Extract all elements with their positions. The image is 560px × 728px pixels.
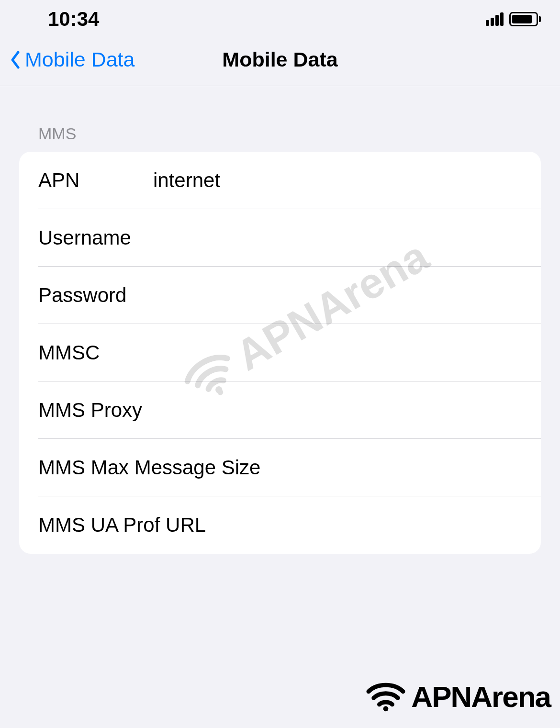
- chevron-left-icon: [10, 50, 21, 69]
- mms-ua-prof-row[interactable]: MMS UA Prof URL: [19, 496, 541, 554]
- username-label: Username: [38, 226, 153, 249]
- wifi-icon: [364, 680, 407, 714]
- username-row[interactable]: Username: [19, 209, 541, 267]
- mmsc-label: MMSC: [38, 341, 153, 364]
- mms-ua-prof-label: MMS UA Prof URL: [38, 514, 522, 537]
- watermark-bottom: APNArena: [364, 680, 550, 714]
- mms-proxy-row[interactable]: MMS Proxy: [19, 381, 541, 439]
- status-icons: [486, 12, 541, 26]
- mms-max-size-label: MMS Max Message Size: [38, 456, 522, 479]
- username-input[interactable]: [153, 226, 522, 249]
- mmsc-input[interactable]: [153, 341, 522, 364]
- watermark-bottom-text: APNArena: [411, 680, 550, 714]
- mmsc-row[interactable]: MMSC: [19, 324, 541, 381]
- battery-icon: [509, 12, 541, 26]
- status-time: 10:34: [48, 8, 99, 31]
- password-input[interactable]: [153, 284, 522, 307]
- svg-point-1: [383, 706, 389, 711]
- navigation-bar: Mobile Data Mobile Data: [0, 34, 560, 86]
- apn-row[interactable]: APN: [19, 152, 541, 209]
- back-button-label: Mobile Data: [25, 48, 134, 71]
- password-row[interactable]: Password: [19, 267, 541, 324]
- mms-max-size-row[interactable]: MMS Max Message Size: [19, 439, 541, 496]
- cellular-signal-icon: [486, 12, 504, 26]
- mms-settings-group: APN Username Password MMSC MMS Proxy MMS…: [19, 152, 541, 554]
- content-area: MMS APN Username Password MMSC MMS Proxy: [0, 86, 560, 554]
- mms-proxy-input[interactable]: [269, 399, 522, 422]
- back-button[interactable]: Mobile Data: [10, 48, 134, 71]
- apn-input[interactable]: [153, 169, 522, 192]
- apn-label: APN: [38, 169, 153, 192]
- password-label: Password: [38, 284, 153, 307]
- page-title: Mobile Data: [222, 48, 337, 71]
- section-header-mms: MMS: [19, 124, 541, 143]
- mms-proxy-label: MMS Proxy: [38, 399, 269, 422]
- status-bar: 10:34: [0, 0, 560, 34]
